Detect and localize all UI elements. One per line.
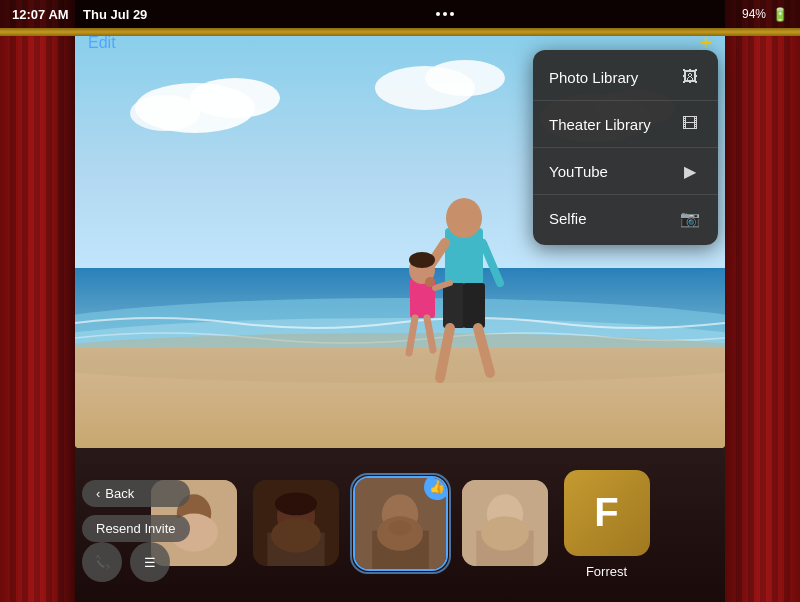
date-display: Thu Jul 29 — [83, 7, 147, 22]
participant-3-active: 👍 — [353, 476, 448, 571]
svg-point-34 — [274, 492, 316, 515]
photo-library-icon: 🖼 — [678, 65, 702, 89]
back-chevron-icon: ‹ — [96, 486, 100, 501]
content-type-dropdown: Photo Library 🖼 Theater Library 🎞 YouTub… — [533, 50, 718, 245]
theater-library-option[interactable]: Theater Library 🎞 — [533, 101, 718, 148]
svg-point-12 — [75, 333, 725, 383]
forrest-name: Forrest — [586, 564, 627, 579]
menu-icon: ☰ — [144, 555, 156, 570]
edit-button[interactable]: Edit — [82, 32, 122, 54]
dot-2 — [443, 12, 447, 16]
menu-button[interactable]: ☰ — [130, 542, 170, 582]
svg-point-41 — [388, 520, 411, 535]
back-label: Back — [105, 486, 134, 501]
avatar-4[interactable] — [460, 478, 550, 568]
svg-rect-16 — [463, 283, 485, 328]
avatar-2[interactable] — [251, 478, 341, 568]
youtube-icon: ▶ — [678, 159, 702, 183]
svg-point-45 — [481, 516, 529, 550]
youtube-label: YouTube — [549, 163, 608, 180]
photo-library-option[interactable]: Photo Library 🖼 — [533, 54, 718, 101]
svg-point-3 — [130, 95, 200, 131]
resend-label: Resend Invite — [96, 521, 176, 536]
resend-invite-button[interactable]: Resend Invite — [82, 515, 190, 542]
theater-library-label: Theater Library — [549, 116, 651, 133]
like-badge: 👍 — [424, 476, 448, 500]
dot-3 — [450, 12, 454, 16]
time-display: 12:07 AM — [12, 7, 69, 22]
participant-4 — [460, 478, 550, 568]
participant-2 — [251, 478, 341, 568]
selfie-option[interactable]: Selfie 📷 — [533, 195, 718, 241]
battery-percent: 94% — [742, 7, 766, 21]
youtube-option[interactable]: YouTube ▶ — [533, 148, 718, 195]
svg-rect-15 — [443, 283, 465, 328]
svg-point-36 — [271, 518, 321, 552]
top-bar-dots — [436, 12, 454, 16]
svg-point-14 — [446, 198, 482, 238]
phone-icon: 📞 — [94, 555, 110, 570]
theater-library-icon: 🎞 — [678, 112, 702, 136]
svg-point-27 — [425, 277, 435, 287]
selfie-icon: 📷 — [678, 206, 702, 230]
selfie-label: Selfie — [549, 210, 587, 227]
avatar-3[interactable]: 👍 — [353, 476, 448, 571]
status-time: 12:07 AM Thu Jul 29 — [12, 7, 147, 22]
status-right: 94% 🔋 — [742, 7, 788, 22]
side-controls: ‹ Back Resend Invite — [82, 480, 190, 542]
photo-library-label: Photo Library — [549, 69, 638, 86]
battery-icon: 🔋 — [772, 7, 788, 22]
svg-point-23 — [409, 252, 435, 268]
avatar-face-2 — [253, 480, 339, 566]
svg-point-5 — [425, 60, 505, 96]
phone-button[interactable]: 📞 — [82, 542, 122, 582]
back-button[interactable]: ‹ Back — [82, 480, 190, 507]
participant-forrest: F Forrest — [562, 468, 652, 579]
avatar-face-forrest: F — [564, 470, 650, 556]
top-bar: 12:07 AM Thu Jul 29 94% 🔋 — [0, 0, 800, 28]
svg-point-2 — [190, 78, 280, 118]
avatar-face-4 — [462, 480, 548, 566]
dot-1 — [436, 12, 440, 16]
avatar-forrest[interactable]: F — [562, 468, 652, 558]
